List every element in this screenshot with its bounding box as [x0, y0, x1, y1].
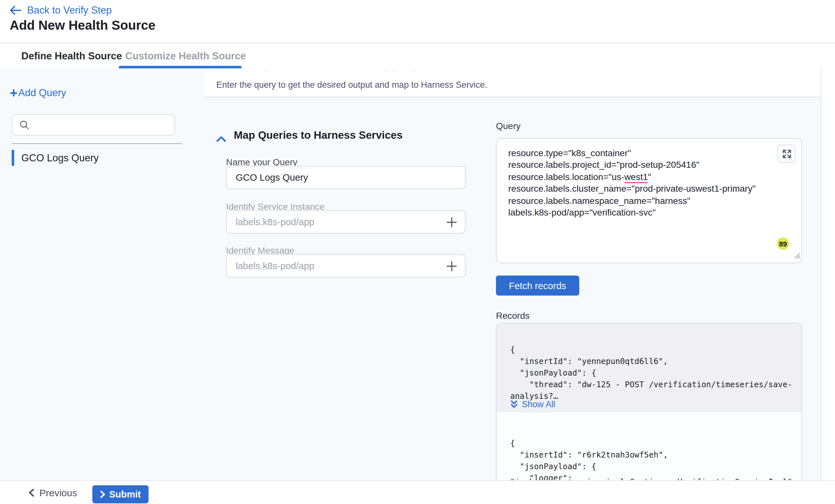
plus-icon: [446, 216, 457, 228]
record-item: { "insertId": "yennepun0qtd6ll6", "jsonP…: [496, 323, 801, 412]
identify-message-field: [226, 254, 466, 277]
add-query-label: Add Query: [18, 87, 66, 99]
wizard-footer: Previous Submit: [0, 480, 835, 504]
selected-indicator-bar: [12, 150, 14, 166]
previous-button[interactable]: Previous: [28, 481, 77, 504]
expand-icon: [782, 149, 791, 159]
records-panel: { "insertId": "yennepun0qtd6ll6", "jsonP…: [496, 323, 802, 480]
query-line: resource.labels.namespace_name="harness": [508, 194, 756, 207]
query-search-input[interactable]: [34, 119, 175, 131]
tab-define-health-source[interactable]: Define Health Source: [21, 43, 122, 68]
service-instance-input[interactable]: [235, 216, 446, 228]
fetch-records-button[interactable]: Fetch records: [496, 276, 579, 296]
section-header: Query Specifications and Mappings Enter …: [204, 68, 821, 98]
sidebar-item-gco-logs-query[interactable]: GCO Logs Query: [12, 149, 99, 167]
query-name-input[interactable]: [235, 172, 457, 183]
query-line: labels.k8s-pod/app="verification-svc": [508, 207, 756, 218]
map-queries-heading: Map Queries to Harness Services: [234, 129, 403, 141]
query-line: resource.labels.project_id="prod-setup-2…: [508, 159, 756, 171]
back-arrow-icon: [10, 6, 21, 15]
sidebar-divider: [12, 143, 182, 144]
plus-icon: +: [10, 86, 18, 99]
scroll-fade-overlay: [204, 68, 821, 81]
search-icon: [19, 120, 29, 130]
page-header: Back to Verify Step Add New Health Sourc…: [0, 0, 835, 43]
query-line: resource.type="k8s_container": [508, 147, 756, 159]
query-label: Query: [496, 121, 521, 131]
add-service-instance-button[interactable]: [446, 216, 457, 228]
record-json-text-cutoff: "io.harness.service.impl.ContinuousVerif…: [510, 476, 792, 480]
add-new-health-source-page: Back to Verify Step Add New Health Sourc…: [0, 0, 835, 504]
page-title: Add New Health Source: [10, 18, 155, 33]
query-item-label: GCO Logs Query: [21, 152, 99, 164]
record-json-text: { "insertId": "yennepun0qtd6ll6", "jsonP…: [510, 344, 792, 402]
resize-grip-icon: [793, 252, 800, 259]
query-line: resource.labels.location="us-west1": [508, 171, 756, 183]
query-editor[interactable]: resource.type="k8s_container" resource.l…: [496, 138, 802, 263]
double-chevron-down-icon: [510, 400, 518, 408]
active-tab-underline: [119, 66, 242, 68]
query-name-field: [226, 166, 466, 189]
back-to-verify-step-link[interactable]: Back to Verify Step: [10, 4, 112, 16]
submit-button[interactable]: Submit: [93, 485, 148, 503]
expand-query-button[interactable]: [777, 145, 796, 163]
plus-icon: [446, 260, 457, 271]
health-source-tabbar: Define Health Source Customize Health So…: [0, 43, 835, 68]
record-json-text: { "insertId": "r6rk2tnah3owf5eh", "jsonP…: [510, 438, 668, 480]
show-all-link[interactable]: Show All: [510, 399, 555, 409]
collapse-section-button[interactable]: [216, 133, 226, 145]
service-instance-field: [226, 210, 466, 234]
query-line: resource.labels.cluster_name="prod-priva…: [508, 183, 756, 194]
query-sidebar: + Add Query GCO Logs Query: [0, 68, 204, 480]
tab-customize-health-source[interactable]: Customize Health Source: [125, 43, 246, 68]
chevron-left-icon: [28, 488, 34, 497]
records-label: Records: [496, 310, 530, 321]
chevron-up-icon: [216, 136, 226, 142]
body: + Add Query GCO Logs Query Query Specifi…: [0, 68, 835, 480]
add-query-button[interactable]: + Add Query: [10, 86, 66, 99]
section-content: Map Queries to Harness Services Name you…: [204, 98, 821, 480]
add-message-button[interactable]: [446, 260, 457, 271]
submit-label: Submit: [109, 489, 141, 500]
main-panel: Query Specifications and Mappings Enter …: [204, 68, 821, 480]
character-count-badge: 89: [777, 237, 789, 250]
previous-label: Previous: [39, 487, 77, 498]
chevron-right-icon: [100, 490, 105, 498]
identify-message-input[interactable]: [235, 260, 446, 272]
query-search-box[interactable]: [12, 114, 175, 135]
resize-handle[interactable]: [793, 250, 800, 261]
show-all-label: Show All: [522, 399, 555, 409]
section-subtitle: Enter the query to get the desired outpu…: [216, 80, 487, 90]
back-link-label: Back to Verify Step: [27, 4, 112, 16]
query-text: resource.type="k8s_container" resource.l…: [508, 147, 756, 218]
spellcheck-underlined-word: west1: [624, 172, 648, 183]
